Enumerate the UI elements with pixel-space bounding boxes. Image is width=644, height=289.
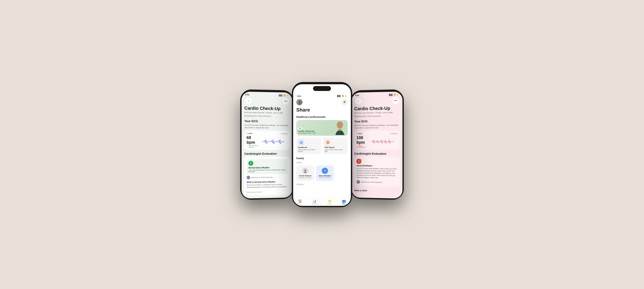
achieve-icon: ⭐: [328, 199, 332, 203]
children-label: Children: [296, 183, 348, 186]
svg-rect-1: [338, 129, 342, 131]
healthlink-desc: Share a link to your Health Record: [298, 149, 319, 153]
share-title: Share: [296, 107, 348, 113]
kristin-watson-card[interactable]: Kristin Watson ⇄ Mutual Sharing: [296, 165, 314, 181]
dynamic-island: [313, 86, 331, 91]
tab-measure-label: Measure: [312, 203, 317, 205]
center-screen: 9:41 ▌▌▌ 📶 🔋 👤 ⚙: [293, 84, 351, 206]
profile-avatar[interactable]: 👤: [296, 99, 302, 105]
kristin-avatar: [302, 168, 308, 174]
battery-icon: 🔋: [287, 94, 289, 96]
healthlink-card[interactable]: HealthLink Share a link to your Health R…: [296, 137, 321, 154]
afib-dot: ●: [356, 146, 357, 147]
right-status-time: 9:41: [355, 94, 359, 96]
left-what-does-it-mean[interactable]: What does it mean?: [247, 190, 288, 193]
pdf-report-card[interactable]: PDF Report Share a PDF extract of your d…: [323, 137, 348, 154]
kristin-status: ⇄ Mutual Sharing: [300, 177, 311, 179]
add-relative-button[interactable]: +: [322, 168, 328, 174]
svg-point-0: [337, 121, 343, 129]
professional-card[interactable]: Wt Cardio Check-Up Cardiologist review i…: [296, 120, 348, 136]
tab-share[interactable]: 👥 Share: [342, 199, 346, 205]
family-section: Family Adults K: [296, 157, 348, 186]
svg-point-10: [304, 169, 306, 171]
right-subtitle-2: Reviewed by Dr. Pierre Escourrou: [354, 114, 400, 117]
professional-card-sub: Cardiologist review in 24h: [298, 132, 316, 134]
svg-point-3: [300, 142, 301, 143]
pdf-desc: Share a PDF extract of your data: [325, 149, 346, 153]
right-ecg-card[interactable]: ♥ ECG Yesterday 108 bpm ● Atrial Fibrill…: [354, 131, 400, 150]
right-ecg-bpm: 108 bpm: [356, 135, 368, 145]
tab-achieve-label: Achieve: [327, 203, 332, 205]
check-icon: ✓: [247, 146, 248, 147]
wifi-icon: 📶: [394, 93, 396, 95]
left-what-is-title: What is Normal Sinus Rhythm: [247, 181, 288, 184]
center-content: Share Healthcare professionals Wt Cardio…: [293, 107, 351, 187]
left-cardiologist-card: ✓ Normal Sinus Rhythm "Your overall biom…: [244, 156, 290, 195]
left-cardiologist-heading: Cardiologist Evaluation: [244, 152, 290, 156]
left-what-is-text: Normal sinus rhythm is maintained when t…: [247, 183, 288, 188]
signal-icon: ▌▌▌: [337, 95, 341, 97]
left-content: Cardio Check-Up ECG from Jane Donovan · …: [242, 105, 292, 196]
home-icon: 🏠: [298, 199, 302, 203]
left-what-is: What is Normal Sinus Rhythm Normal sinus…: [247, 179, 288, 190]
wifi-icon: 📶: [284, 94, 286, 96]
center-status-bar: 9:41 ▌▌▌ 📶 🔋: [293, 93, 351, 98]
tab-share-label: Share: [342, 203, 346, 205]
left-diagnosis-name: Normal Sinus Rhythm: [248, 166, 286, 169]
left-ecg-label: ♥ ECG: [247, 132, 252, 134]
center-status-time: 9:41: [297, 95, 301, 97]
pdf-icon: [326, 141, 330, 144]
wifi-icon: 📶: [342, 95, 344, 97]
left-screen: 9:41 ▌▌▌ 📶 🔋 ‹ ••• Cardio Check-Up ECG f…: [242, 91, 292, 199]
right-diagnosis-text: Your ECG shows atrial fibrillation, whic…: [356, 167, 397, 179]
right-ecg-heading: Your ECG: [354, 119, 400, 123]
left-status-time: 9:41: [245, 93, 249, 96]
pdf-title: PDF Report: [325, 146, 346, 148]
add-relative-card[interactable]: + Add a Relative Send an invitation: [316, 165, 334, 181]
center-status-icons: ▌▌▌ 📶 🔋: [337, 95, 347, 97]
tab-achieve[interactable]: ⭐ Achieve: [327, 199, 332, 205]
more-button[interactable]: •••: [283, 98, 289, 104]
tab-bar: 🏠 Home 📊 Measure ⭐ Achieve 👥 Share: [293, 198, 351, 206]
right-more-button[interactable]: •••: [392, 97, 399, 104]
signal-icon: ▌▌▌: [389, 94, 393, 96]
back-button[interactable]: ‹: [245, 97, 252, 104]
svg-rect-8: [327, 142, 328, 142]
left-diagnosis-quote: "Your overall biomarkers show a healthy …: [248, 169, 286, 173]
left-ecg-heading: Your ECG: [244, 119, 290, 123]
tools-row: HealthLink Share a link to your Health R…: [296, 137, 348, 154]
tab-home[interactable]: 🏠 Home: [298, 199, 302, 205]
professional-card-content: Wt Cardio Check-Up Cardiologist review i…: [298, 126, 316, 134]
svg-rect-4: [301, 142, 302, 142]
left-ecg-card[interactable]: ♥ ECG Yesterday 68 bpm ✓ Normal Sinus Rh…: [244, 131, 290, 150]
svg-rect-7: [327, 142, 328, 142]
left-ecg-wave: [259, 139, 288, 145]
right-ecg-rhythm: ● Atrial Fibrillation: [356, 145, 368, 148]
svg-rect-5: [301, 142, 302, 143]
afib-warning-icon: !: [356, 159, 361, 164]
heart-icon: ♥: [247, 132, 248, 134]
svg-rect-9: [327, 143, 328, 143]
add-relative-title: Add a Relative: [319, 175, 331, 177]
family-members-row: Kristin Watson ⇄ Mutual Sharing + Add a …: [296, 165, 348, 181]
professionals-title: Healthcare professionals: [296, 116, 348, 118]
right-cardiologist-heading: Cardiologist Evaluation: [354, 152, 400, 156]
left-diagnosis-card: ✓ Normal Sinus Rhythm "Your overall biom…: [247, 159, 288, 174]
tab-measure[interactable]: 📊 Measure: [312, 199, 317, 205]
share-icon: 👥: [342, 199, 346, 203]
healthlink-icon: [300, 141, 303, 144]
left-status-icons: ▌▌▌ 📶 🔋: [279, 94, 289, 96]
right-ecg-label: ♥ ECG: [356, 133, 362, 135]
battery-icon: 🔋: [344, 95, 347, 97]
left-doctor-note: Note from Dr. Pierre Escourrou: [247, 175, 288, 179]
right-content: Cardio Check-Up ECG from Jane Donovan · …: [352, 105, 402, 195]
right-doctor-avatar: [356, 180, 360, 184]
tab-home-label: Home: [298, 203, 302, 205]
right-back-button[interactable]: ‹: [355, 98, 361, 104]
add-relative-sub: Send an invitation: [319, 177, 331, 178]
right-what-is-title: What is AFib?: [354, 189, 400, 192]
signal-icon: ▌▌▌: [279, 94, 283, 96]
measure-icon: 📊: [312, 199, 316, 203]
settings-button[interactable]: ⚙: [342, 99, 348, 105]
left-ecg-desc: This ECG has been analysed by Withings. …: [244, 124, 290, 129]
